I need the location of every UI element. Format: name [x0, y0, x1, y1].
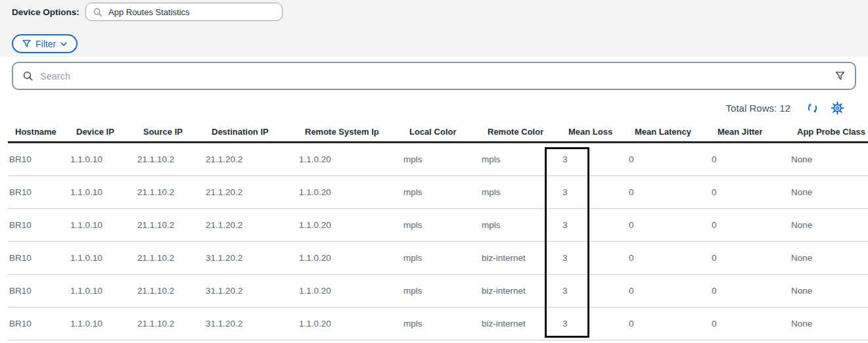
table-cell: 3	[562, 286, 629, 296]
total-rows-text: Total Rows: 12	[726, 103, 790, 114]
table-cell: None	[791, 286, 868, 296]
chevron-down-icon	[60, 40, 68, 48]
table-cell: 3	[562, 220, 629, 230]
table-search-input[interactable]: Search	[12, 62, 856, 90]
table-cell: 1.1.0.10	[70, 220, 137, 230]
table-cell: 31.1.20.2	[206, 319, 299, 329]
table-cell: 0	[629, 220, 712, 230]
table-row: BR101.1.0.1021.1.10.231.1.20.21.1.0.20mp…	[8, 242, 868, 275]
table-cell: 21.1.10.2	[137, 286, 206, 296]
table-body: BR101.1.0.1021.1.10.221.1.20.21.1.0.20mp…	[8, 143, 868, 340]
table-cell: 21.1.10.2	[137, 220, 206, 230]
table-cell: 1.1.0.20	[299, 253, 403, 263]
table-cell: 1.1.0.10	[70, 253, 137, 263]
table-cell: 3	[562, 154, 629, 164]
table-cell: BR10	[9, 154, 70, 164]
table-cell: 21.1.20.2	[206, 154, 299, 164]
table-cell: BR10	[9, 187, 70, 197]
table-cell: 21.1.20.2	[206, 187, 299, 197]
table-cell: 1.1.0.20	[299, 220, 403, 230]
table-cell: mpls	[482, 187, 562, 197]
column-header[interactable]: Hostname	[9, 127, 70, 137]
table-cell: None	[791, 154, 868, 164]
table-cell: 31.1.20.2	[206, 286, 299, 296]
column-header[interactable]: Mean Loss	[562, 127, 629, 137]
table-cell: mpls	[482, 154, 562, 164]
table-cell: mpls	[403, 253, 482, 263]
table-cell: 0	[712, 253, 791, 263]
table-cell: 1.1.0.10	[70, 319, 137, 329]
search-icon	[22, 70, 34, 81]
table-row: BR101.1.0.1021.1.10.221.1.20.21.1.0.20mp…	[8, 143, 868, 176]
column-header[interactable]: Remote Color	[482, 127, 562, 137]
table-cell: mpls	[403, 220, 482, 230]
table-cell: 0	[712, 319, 791, 329]
column-header[interactable]: Remote System Ip	[299, 127, 403, 137]
table-cell: 0	[629, 286, 712, 296]
table-cell: mpls	[403, 187, 482, 197]
table-cell: 31.1.20.2	[206, 253, 299, 263]
table-row: BR101.1.0.1021.1.10.231.1.20.21.1.0.20mp…	[8, 308, 868, 340]
table-cell: BR10	[9, 253, 70, 263]
table-cell: 0	[712, 154, 791, 164]
table-cell: biz-internet	[482, 253, 562, 263]
table-cell: BR10	[9, 319, 70, 329]
column-header[interactable]: Mean Jitter	[712, 127, 791, 137]
table-cell: 3	[562, 187, 629, 197]
table-cell: mpls	[403, 286, 482, 296]
column-header[interactable]: Local Color	[403, 127, 482, 137]
filter-button-label: Filter	[35, 39, 56, 49]
table-cell: 1.1.0.10	[70, 154, 137, 164]
table-cell: 0	[629, 319, 712, 329]
table-cell: 1.1.0.20	[299, 187, 403, 197]
table-cell: None	[791, 319, 868, 329]
table-row: BR101.1.0.1021.1.10.221.1.20.21.1.0.20mp…	[8, 176, 868, 209]
table-cell: None	[791, 253, 868, 263]
column-header[interactable]: App Probe Class	[791, 127, 868, 137]
table-cell: 1.1.0.20	[299, 319, 403, 329]
refresh-icon[interactable]	[806, 101, 819, 115]
table-row: BR101.1.0.1021.1.10.231.1.20.21.1.0.20mp…	[8, 275, 868, 308]
table-cell: 0	[629, 154, 712, 164]
table-cell: 21.1.20.2	[206, 220, 299, 230]
search-placeholder: Search	[40, 71, 828, 81]
table-cell: 1.1.0.20	[299, 286, 403, 296]
settings-gear-icon[interactable]	[831, 101, 844, 115]
device-options-value: App Routes Statistics	[108, 7, 190, 17]
device-options-label: Device Options:	[12, 7, 80, 17]
table-cell: 0	[712, 220, 791, 230]
column-header[interactable]: Source IP	[137, 127, 206, 137]
table-cell: BR10	[9, 220, 70, 230]
column-header[interactable]: Device IP	[70, 127, 137, 137]
table-cell: 0	[629, 187, 712, 197]
table-cell: 1.1.0.10	[70, 187, 137, 197]
table-cell: 21.1.10.2	[137, 187, 206, 197]
table-cell: biz-internet	[482, 286, 562, 296]
table-header-row: HostnameDevice IPSource IPDestination IP…	[8, 122, 868, 143]
table-toolbar: Total Rows: 12	[726, 100, 844, 116]
table-cell: 21.1.10.2	[137, 319, 206, 329]
column-header[interactable]: Destination IP	[206, 127, 299, 137]
search-filter-funnel-icon[interactable]	[834, 70, 846, 81]
table-cell: 21.1.10.2	[137, 154, 206, 164]
table-cell: mpls	[482, 220, 562, 230]
table-cell: BR10	[9, 286, 70, 296]
table-cell: 1.1.0.10	[70, 286, 137, 296]
device-options-input[interactable]: App Routes Statistics	[85, 3, 283, 21]
column-header[interactable]: Mean Latency	[629, 127, 712, 137]
table-cell: mpls	[403, 154, 482, 164]
table-cell: 1.1.0.20	[299, 154, 403, 164]
table-cell: None	[791, 187, 868, 197]
app-routes-table: HostnameDevice IPSource IPDestination IP…	[8, 122, 868, 340]
table-cell: 21.1.10.2	[137, 253, 206, 263]
table-row: BR101.1.0.1021.1.10.221.1.20.21.1.0.20mp…	[8, 209, 868, 242]
table-cell: 3	[562, 319, 629, 329]
table-cell: 3	[562, 253, 629, 263]
table-cell: biz-internet	[482, 319, 562, 329]
table-cell: 0	[712, 286, 791, 296]
filter-button[interactable]: Filter	[12, 34, 78, 53]
table-cell: None	[791, 220, 868, 230]
table-cell: mpls	[403, 319, 482, 329]
funnel-icon	[22, 39, 32, 49]
search-icon	[93, 7, 103, 17]
